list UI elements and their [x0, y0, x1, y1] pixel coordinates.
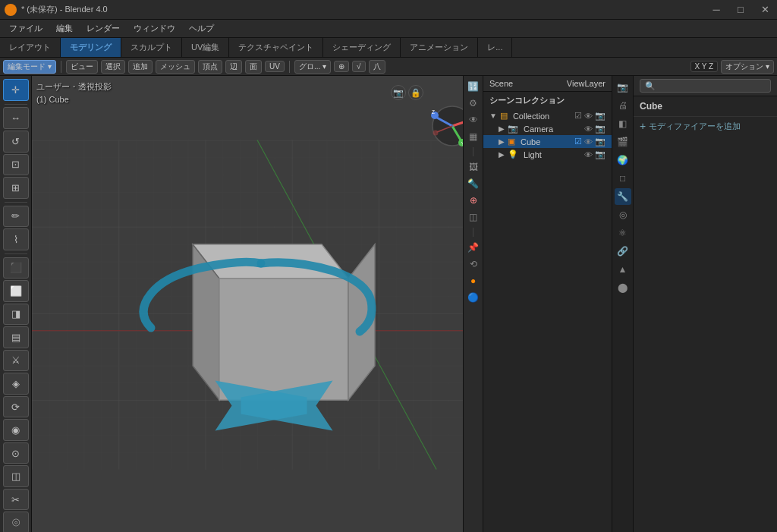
menu-render[interactable]: レンダー [80, 21, 126, 36]
prop-data[interactable]: ▲ [615, 261, 631, 278]
collection-item-camera[interactable]: ▶ 📷 Camera 👁 📷 [483, 122, 612, 135]
tool-inset[interactable]: ⬜ [3, 280, 29, 302]
vr-icon-3[interactable]: 👁 [466, 112, 481, 127]
vr-icon-1[interactable]: 🔢 [466, 79, 481, 94]
toolbar-face[interactable]: 面 [245, 60, 262, 74]
menu-window[interactable]: ウィンドウ [127, 21, 181, 36]
properties-strip: 📷 🖨 ◧ 🎬 🌍 □ 🔧 ◎ ⚛ 🔗 ▲ ⬤ [612, 76, 633, 532]
view-camera-button[interactable]: 📷 [391, 85, 406, 100]
vr-icon-9[interactable]: 📌 [466, 240, 481, 255]
menu-file[interactable]: ファイル [3, 21, 49, 36]
prop-object[interactable]: □ [615, 170, 631, 187]
vis-render-cube[interactable]: 📷 [595, 137, 606, 146]
titlebar-controls: ─ □ ✕ [704, 0, 777, 20]
minimize-button[interactable]: ─ [704, 0, 728, 20]
toolbar-mirror[interactable]: √ [352, 61, 366, 72]
tool-shear[interactable]: ◫ [3, 465, 29, 487]
props-search-input[interactable] [640, 79, 771, 93]
tab-rendering[interactable]: レ... [478, 38, 512, 57]
menu-edit[interactable]: 編集 [50, 21, 79, 36]
tool-scale[interactable]: ⊡ [3, 154, 29, 176]
prop-particles[interactable]: ◎ [615, 206, 631, 223]
toolbar-xyz[interactable]: X Y Z [690, 61, 719, 72]
vr-icon-4[interactable]: ▦ [466, 129, 481, 144]
vis-render-col[interactable]: 📷 [595, 111, 606, 121]
tool-smooth[interactable]: ◉ [3, 419, 29, 441]
collection-item-cube[interactable]: ▶ ▣ Cube ☑ 👁 📷 [483, 135, 612, 148]
titlebar: * (未保存) - Blender 4.0 ─ □ ✕ [0, 0, 777, 20]
vr-icon-7[interactable]: ⊕ [466, 193, 481, 208]
tool-bevel[interactable]: ◨ [3, 304, 29, 326]
svg-point-21 [433, 131, 439, 136]
toolbar-uv[interactable]: UV [265, 61, 285, 72]
maximize-button[interactable]: □ [728, 0, 753, 20]
vr-icon-12[interactable]: 🔵 [466, 290, 481, 305]
vr-icon-6[interactable]: 🔦 [466, 176, 481, 191]
vis-render-light[interactable]: 📷 [595, 150, 606, 159]
vr-icon-2[interactable]: ⚙ [466, 96, 481, 111]
close-button[interactable]: ✕ [753, 0, 777, 20]
vr-icon-8[interactable]: ◫ [466, 209, 481, 225]
tool-rotate[interactable]: ↺ [3, 131, 29, 153]
prop-constraints[interactable]: 🔗 [615, 243, 631, 260]
toolbar-add[interactable]: 追加 [128, 60, 153, 74]
tool-cursor[interactable]: ✛ [3, 79, 29, 101]
collection-item-collection[interactable]: ▼ ▤ Collection ☑ 👁 📷 [483, 109, 612, 122]
tool-transform[interactable]: ⊞ [3, 177, 29, 199]
tab-shading[interactable]: シェーディング [323, 38, 401, 57]
tool-shrink[interactable]: ⊙ [3, 442, 29, 464]
tab-texture-paint[interactable]: テクスチャペイント [229, 38, 323, 57]
tool-spin[interactable]: ⟳ [3, 396, 29, 418]
edit-mode-selector[interactable]: 編集モード ▾ [3, 60, 56, 74]
tab-modeling[interactable]: モデリング [61, 38, 121, 57]
toolbar-snap[interactable]: ⊕ [334, 61, 349, 72]
vis-eye-cube[interactable]: 👁 [584, 137, 593, 146]
view-lock-button[interactable]: 🔒 [408, 85, 423, 100]
prop-material[interactable]: ⬤ [615, 279, 631, 296]
tab-layout[interactable]: レイアウト [0, 38, 61, 57]
tool-annotate[interactable]: ✏ [3, 206, 29, 228]
tool-rip[interactable]: ✂ [3, 489, 29, 511]
prop-render[interactable]: 📷 [615, 79, 631, 96]
tab-sculpt[interactable]: スカルプト [121, 38, 182, 57]
vr-icon-5[interactable]: 🖼 [466, 159, 481, 175]
prop-viewlayer[interactable]: ◧ [615, 115, 631, 132]
toolbar-automerge[interactable]: 八 [369, 60, 385, 74]
tool-extrude[interactable]: ⬛ [3, 257, 29, 279]
tab-uv[interactable]: UV編集 [182, 38, 229, 57]
viewport-3d[interactable]: ユーザー・透視投影 (1) Cube [32, 76, 483, 532]
toolbar-mesh[interactable]: メッシュ [156, 60, 195, 74]
cube-icons: ☑ 👁 📷 [574, 137, 606, 146]
vis-checkbox-col[interactable]: ☑ [574, 111, 582, 121]
toolbar-options[interactable]: オプション ▾ [721, 60, 774, 74]
prop-world[interactable]: 🌍 [615, 152, 631, 168]
vis-checkbox-cube[interactable]: ☑ [574, 137, 582, 146]
toolbar-edge[interactable]: 辺 [225, 60, 242, 74]
vis-eye-cam[interactable]: 👁 [584, 124, 593, 134]
vis-eye-col[interactable]: 👁 [584, 112, 593, 121]
tool-merge[interactable]: ⦾ [3, 512, 29, 532]
toolbar-proportional[interactable]: グロ... ▾ [294, 60, 331, 74]
svg-text:Z: Z [432, 109, 436, 115]
collection-item-light[interactable]: ▶ 💡 Light 👁 📷 [483, 148, 612, 161]
prop-output[interactable]: 🖨 [615, 97, 631, 114]
vis-eye-light[interactable]: 👁 [584, 150, 593, 159]
menu-help[interactable]: ヘルプ [183, 21, 220, 36]
add-modifier-button[interactable]: + モディファイアーを追加 [634, 117, 777, 135]
add-modifier-label: モディファイアーを追加 [649, 121, 741, 132]
vr-icon-10[interactable]: ⟲ [466, 257, 481, 272]
toolbar-vertex[interactable]: 頂点 [198, 60, 222, 74]
tool-loop-cut[interactable]: ▤ [3, 326, 29, 348]
tool-measure[interactable]: ⌇ [3, 228, 29, 250]
prop-physics[interactable]: ⚛ [615, 225, 631, 241]
tool-knife[interactable]: ⚔ [3, 350, 29, 372]
tab-animation[interactable]: アニメーション [401, 38, 478, 57]
toolbar-select[interactable]: 選択 [101, 60, 125, 74]
toolbar-view[interactable]: ビュー [66, 60, 98, 74]
tool-move[interactable]: ↔ [3, 107, 29, 129]
prop-scene[interactable]: 🎬 [615, 134, 631, 150]
tool-poly-build[interactable]: ◈ [3, 373, 29, 395]
vis-render-cam[interactable]: 📷 [595, 124, 606, 134]
vr-icon-11[interactable]: ● [466, 273, 481, 288]
prop-modifier[interactable]: 🔧 [615, 188, 631, 205]
